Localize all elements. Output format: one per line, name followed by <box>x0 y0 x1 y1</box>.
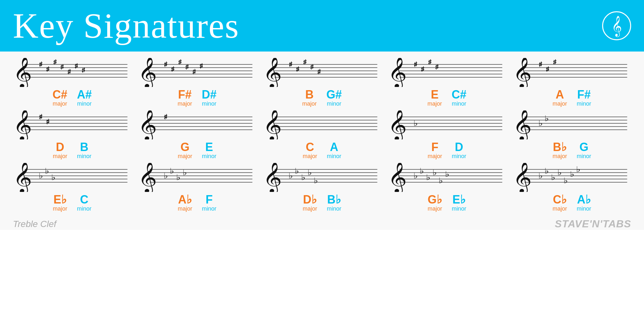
svg-text:♯: ♯ <box>53 58 57 66</box>
svg-text:♯: ♯ <box>310 63 314 71</box>
major-type-c-major: major <box>303 153 317 160</box>
svg-text:♭: ♭ <box>426 173 431 182</box>
major-name-e-flat-major: E♭ <box>53 194 67 205</box>
svg-text:♯: ♯ <box>192 68 196 76</box>
minor-name-d-major: B <box>80 141 89 153</box>
page-title: Key Signatures <box>13 5 239 46</box>
staff-c-sharp-major: 𝄞♯♯♯♯♯♯♯ <box>13 58 131 87</box>
key-labels-a-major: AmajorF#minor <box>553 89 591 107</box>
key-labels-e-flat-major: E♭majorCminor <box>53 194 91 212</box>
svg-text:♯: ♯ <box>538 61 543 68</box>
svg-text:♯: ♯ <box>67 68 71 76</box>
page-wrapper: Key Signatures 𝄞 𝄞♯♯♯♯♯♯♯C#majorA#minor𝄞… <box>0 0 644 230</box>
svg-text:♭: ♭ <box>538 172 543 180</box>
svg-text:♭: ♭ <box>308 168 312 177</box>
svg-text:♭: ♭ <box>164 172 168 180</box>
svg-text:𝄞: 𝄞 <box>388 58 407 87</box>
minor-type-g-major: minor <box>202 153 216 160</box>
svg-text:♭: ♭ <box>295 167 299 175</box>
minor-pair-f-major: Dminor <box>452 141 466 160</box>
minor-pair-c-flat-major: A♭minor <box>577 194 591 212</box>
svg-text:♯: ♯ <box>81 66 85 74</box>
major-type-c-flat-major: major <box>553 205 567 212</box>
staff-c-major: 𝄞 <box>263 110 381 139</box>
major-type-a-flat-major: major <box>178 205 192 212</box>
minor-pair-e-major: C#minor <box>451 89 466 107</box>
major-name-c-major: C <box>306 141 314 153</box>
minor-type-c-major: minor <box>327 153 341 160</box>
minor-name-a-major: F# <box>577 89 591 100</box>
minor-pair-b-major: G#minor <box>326 89 342 107</box>
svg-text:♯: ♯ <box>435 63 439 71</box>
svg-text:♯: ♯ <box>317 68 321 76</box>
major-name-f-major: F <box>431 141 438 153</box>
footer: Treble Clef STAVE'N'TABS <box>0 215 644 230</box>
svg-text:𝄞: 𝄞 <box>138 110 157 139</box>
svg-text:𝄞: 𝄞 <box>263 163 282 192</box>
minor-pair-b-flat-major: Gminor <box>577 141 591 160</box>
minor-name-b-flat-major: G <box>580 141 589 153</box>
major-pair-a-flat-major: A♭major <box>178 194 192 212</box>
svg-text:♭: ♭ <box>420 167 424 175</box>
key-labels-f-major: FmajorDminor <box>428 141 466 160</box>
svg-text:♭: ♭ <box>39 172 43 180</box>
major-name-d-flat-major: D♭ <box>303 194 317 205</box>
major-name-g-flat-major: G♭ <box>428 194 442 205</box>
minor-type-g-flat-major: minor <box>452 205 466 212</box>
staff-e-flat-major: 𝄞♭♭♭ <box>13 163 131 192</box>
svg-text:♭: ♭ <box>570 170 574 179</box>
minor-type-d-major: minor <box>77 153 91 160</box>
svg-text:♯: ♯ <box>164 61 168 68</box>
major-type-d-major: major <box>53 153 67 160</box>
key-labels-f-sharp-major: F#majorD#minor <box>177 89 216 107</box>
staff-c-flat-major: 𝄞♭♭♭♭♭♭♭ <box>513 163 631 192</box>
key-item-a-flat-major: 𝄞♭♭♭♭A♭majorFminor <box>138 163 256 212</box>
svg-text:♯: ♯ <box>296 65 300 73</box>
minor-pair-f-sharp-major: D#minor <box>202 89 216 107</box>
major-name-d-major: D <box>56 141 64 153</box>
svg-text:𝄞: 𝄞 <box>263 110 282 139</box>
header: Key Signatures 𝄞 <box>0 0 644 52</box>
minor-name-a-flat-major: F <box>206 194 213 205</box>
svg-text:♯: ♯ <box>553 58 557 66</box>
staff-f-major: 𝄞♭ <box>388 110 506 139</box>
svg-text:♯: ♯ <box>46 118 50 126</box>
major-pair-e-flat-major: E♭major <box>53 194 67 212</box>
svg-text:♭: ♭ <box>576 165 581 174</box>
key-item-c-major: 𝄞CmajorAminor <box>263 110 381 160</box>
treble-clef-logo: 𝄞 <box>602 11 631 40</box>
minor-pair-d-flat-major: B♭minor <box>327 194 341 212</box>
minor-type-e-flat-major: minor <box>77 205 91 212</box>
major-name-f-sharp-major: F# <box>178 89 192 100</box>
key-item-g-major: 𝄞♯GmajorEminor <box>138 110 256 160</box>
svg-text:♭: ♭ <box>545 167 549 175</box>
major-type-b-flat-major: major <box>553 153 567 160</box>
major-type-b-major: major <box>302 100 317 107</box>
svg-text:♭: ♭ <box>301 173 306 182</box>
major-pair-f-sharp-major: F#major <box>177 89 192 107</box>
svg-text:♯: ♯ <box>60 63 64 71</box>
key-item-b-flat-major: 𝄞♭♭B♭majorGminor <box>513 110 631 160</box>
treble-clef-icon: 𝄞 <box>611 15 622 36</box>
svg-text:♯: ♯ <box>74 62 78 70</box>
svg-text:♯: ♯ <box>164 113 168 121</box>
key-labels-a-flat-major: A♭majorFminor <box>178 194 216 212</box>
key-item-a-major: 𝄞♯♯♯AmajorF#minor <box>513 58 631 107</box>
key-item-d-major: 𝄞♯♯DmajorBminor <box>13 110 131 160</box>
svg-text:𝄞: 𝄞 <box>388 110 407 139</box>
staff-a-flat-major: 𝄞♭♭♭♭ <box>138 163 256 192</box>
svg-text:♭: ♭ <box>564 176 568 185</box>
key-item-g-flat-major: 𝄞♭♭♭♭♭♭G♭majorE♭minor <box>388 163 506 212</box>
major-name-a-flat-major: A♭ <box>178 194 192 205</box>
minor-type-f-sharp-major: minor <box>202 100 216 107</box>
minor-type-c-flat-major: minor <box>577 205 591 212</box>
svg-text:𝄞: 𝄞 <box>263 58 282 87</box>
key-item-c-flat-major: 𝄞♭♭♭♭♭♭♭C♭majorA♭minor <box>513 163 631 212</box>
staff-b-major: 𝄞♯♯♯♯♯ <box>263 58 381 87</box>
staff-e-major: 𝄞♯♯♯♯ <box>388 58 506 87</box>
key-labels-d-flat-major: D♭majorB♭minor <box>303 194 341 212</box>
minor-pair-d-major: Bminor <box>77 141 91 160</box>
minor-type-a-flat-major: minor <box>202 205 216 212</box>
key-labels-d-major: DmajorBminor <box>53 141 91 160</box>
major-type-f-sharp-major: major <box>177 100 192 107</box>
